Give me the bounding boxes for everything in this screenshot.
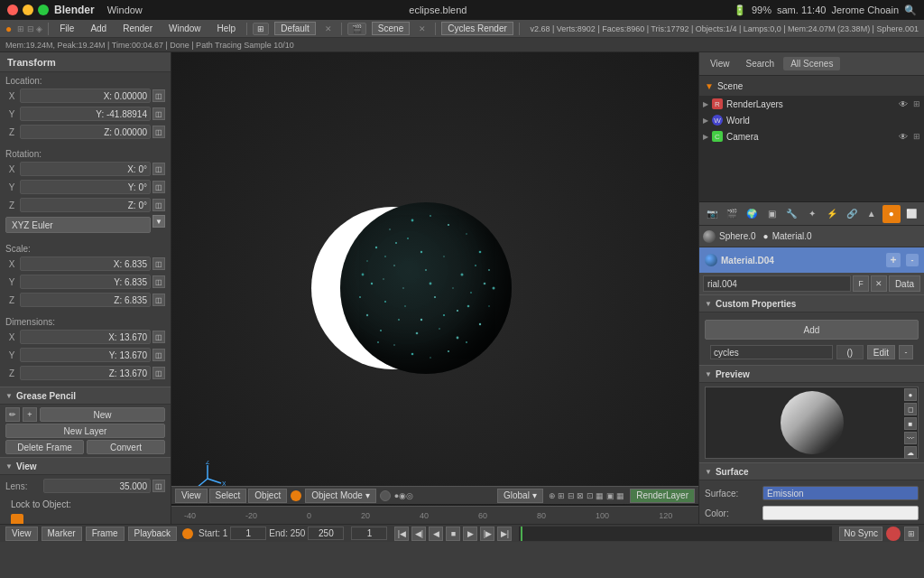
menu-help[interactable]: Help [212,23,242,34]
minimize-button[interactable] [23,5,33,15]
location-x-copy[interactable]: ◫ [152,89,165,102]
outline-item-renderlayers[interactable]: ▶ R RenderLayers 👁 ⊞ [699,96,924,112]
global-selector[interactable]: Global ▾ [497,489,543,503]
scale-x-copy[interactable]: ◫ [152,257,165,270]
scale-y-value[interactable]: Y: 6.835 [20,275,151,289]
grease-pencil-icon[interactable]: ✏ [5,407,20,422]
current-frame-field[interactable]: 1 [351,527,387,540]
stop-btn[interactable]: ■ [446,527,460,541]
timeline-marker-btn[interactable]: Marker [42,527,82,541]
new-layer-btn[interactable]: New Layer [5,424,165,438]
data-btn[interactable]: Data [889,275,920,292]
material-slot[interactable]: Material.D04 + - [699,247,924,273]
render-props-icon[interactable]: 📷 [703,205,721,223]
end-frame-field[interactable]: 250 [308,527,344,540]
tab-search[interactable]: Search [739,57,782,70]
particle-props-icon[interactable]: ✦ [802,205,820,223]
menu-window[interactable]: Window [163,23,207,34]
location-z-value[interactable]: Z: 0.00000 [20,125,151,139]
scale-z-copy[interactable]: ◫ [152,294,165,306]
close-button[interactable] [7,5,18,15]
sync-selector[interactable]: No Sync [839,527,882,541]
grease-new-btn[interactable]: New [40,407,165,422]
timeline-view-btn[interactable]: View [5,527,38,541]
dim-y-value[interactable]: Y: 13.670 [20,348,151,362]
name-field-f-btn[interactable]: F [853,275,869,292]
lens-copy[interactable]: ◫ [152,480,165,492]
constraint-props-icon[interactable]: 🔗 [843,205,861,223]
record-btn[interactable] [886,527,901,541]
color-value[interactable] [762,506,919,520]
dim-z-copy[interactable]: ◫ [152,367,165,379]
modifier-props-icon[interactable]: 🔧 [782,205,800,223]
material-props-icon[interactable]: ● [882,205,901,223]
close-layout[interactable]: ✕ [321,23,336,34]
rotation-x-copy[interactable]: ◫ [152,163,165,175]
rotation-y-copy[interactable]: ◫ [152,181,165,193]
timeline-playback-btn[interactable]: Playback [128,527,178,541]
frame-step-btn[interactable]: ⊞ [904,527,919,541]
renderlayers-eye[interactable]: 👁 [899,99,908,109]
jump-start-btn[interactable]: |◀ [394,527,409,541]
prev-frame-btn[interactable]: ◀| [411,527,426,541]
next-frame-btn[interactable]: |▶ [480,527,494,541]
world-props-icon[interactable]: 🌍 [743,205,761,223]
scene-props-icon[interactable]: 🎬 [723,205,741,223]
timeline-frame-btn[interactable]: Frame [86,527,125,541]
preview-sphere-btn[interactable]: ● [904,388,917,401]
viewport-object-btn[interactable]: Object [248,489,287,503]
surface-header[interactable]: Surface [699,462,924,480]
preview-hair-btn[interactable]: 〰 [904,432,917,444]
menu-add[interactable]: Add [85,23,112,34]
start-frame-field[interactable]: 1 [230,527,266,540]
viewport-view-btn[interactable]: View [175,489,208,503]
tab-view[interactable]: View [703,57,737,70]
view-section-header[interactable]: View [0,457,171,475]
dim-x-value[interactable]: X: 13.670 [20,330,151,344]
location-x-value[interactable]: X: 0.00000 [20,89,151,103]
rotation-x-value[interactable]: X: 0° [20,162,151,176]
menu-file[interactable]: File [54,23,79,34]
search-icon[interactable]: 🔍 [904,5,917,16]
rotation-z-copy[interactable]: ◫ [152,199,165,211]
material-name-field[interactable]: rial.004 [703,275,851,292]
menu-render[interactable]: Render [117,23,158,34]
edit-property-btn[interactable]: Edit [867,345,895,359]
viewport-select-btn[interactable]: Select [209,489,247,503]
surface-value[interactable]: Emission [762,486,919,500]
outline-item-world[interactable]: ▶ W World [699,112,924,128]
cycles-field[interactable]: cycles [710,345,833,359]
lens-value[interactable]: 35.000 [43,479,151,493]
play-reverse-btn[interactable]: ◀ [429,527,443,541]
location-z-copy[interactable]: ◫ [152,126,165,138]
name-field-x-btn[interactable]: ✕ [871,275,887,292]
layout-selector[interactable]: Default [274,22,316,35]
delete-frame-btn[interactable]: Delete Frame [5,440,84,454]
preview-header[interactable]: Preview [699,365,924,383]
property-minus-btn[interactable]: - [899,345,913,359]
dim-y-copy[interactable]: ◫ [152,349,165,361]
texture-props-icon[interactable]: ⬜ [902,205,920,223]
custom-properties-header[interactable]: Custom Properties [699,294,924,312]
location-y-copy[interactable]: ◫ [152,107,165,120]
scale-z-value[interactable]: Z: 6.835 [20,293,151,307]
material-remove-btn[interactable]: - [906,254,919,266]
dim-z-value[interactable]: Z: 13.670 [20,366,151,380]
play-btn[interactable]: ▶ [463,527,477,541]
rotation-y-value[interactable]: Y: 0° [20,180,151,194]
euler-dropdown[interactable]: ▼ [152,215,165,228]
material-add-btn[interactable]: + [886,253,901,267]
scale-x-value[interactable]: X: 6.835 [20,256,151,271]
object-props-icon[interactable]: ▣ [762,205,781,223]
physics-props-icon[interactable]: ⚡ [823,205,841,223]
rotation-z-value[interactable]: Z: 0° [20,198,151,212]
euler-button[interactable]: XYZ Euler [5,217,151,233]
scale-y-copy[interactable]: ◫ [152,275,165,288]
location-y-value[interactable]: Y: -41.88914 [20,107,151,121]
tab-all-scenes[interactable]: All Scenes [783,57,840,70]
grease-pencil-plus[interactable]: + [23,407,37,422]
preview-plane-btn[interactable]: ◻ [904,403,917,415]
dim-x-copy[interactable]: ◫ [152,331,165,343]
render-engine-selector[interactable]: Cycles Render [441,22,513,35]
maximize-button[interactable] [38,5,49,15]
